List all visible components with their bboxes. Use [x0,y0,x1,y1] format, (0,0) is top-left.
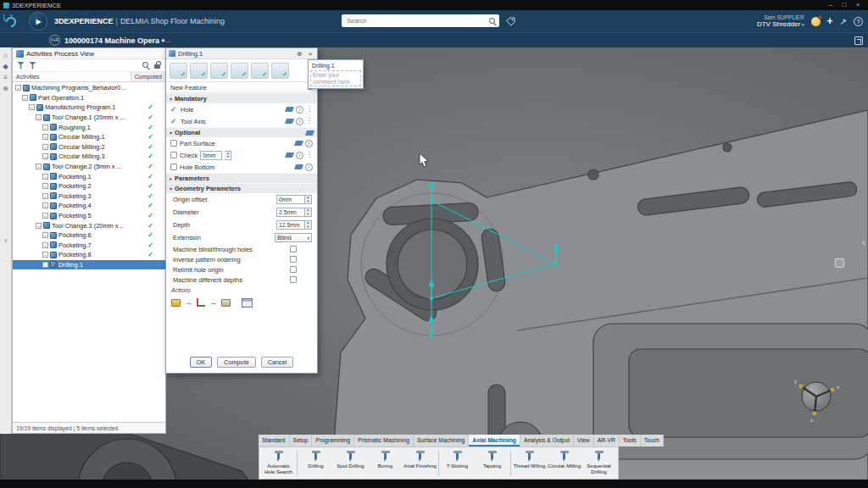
tree-expander-icon[interactable]: - [42,153,48,159]
help-icon[interactable]: ? [854,17,863,26]
strategy-tab-icon[interactable]: ✓ [231,63,248,79]
tool-axis-icon[interactable] [197,298,205,307]
tree-expander-icon[interactable]: - [22,95,28,101]
eraser-icon[interactable] [305,130,314,136]
tree-expander-icon[interactable]: - [36,164,42,169]
info-icon[interactable]: i [305,140,313,147]
tab-standard[interactable]: Standard [259,435,290,446]
geometry-tab-icon[interactable]: ✓ [170,63,187,79]
tab-analysis-output[interactable]: Analysis & Output [520,435,574,446]
checkbox[interactable] [290,246,297,252]
compass-icon[interactable]: ◆ [0,61,12,72]
tree-expander-icon[interactable]: - [15,85,21,91]
macros-tab-icon[interactable]: ✓ [251,63,269,79]
info-icon[interactable]: i [296,106,303,114]
section-parameters[interactable]: ▸ Parameters [166,173,317,183]
tree-expander-icon[interactable]: - [42,213,48,219]
column-computed[interactable]: Computed [131,74,165,80]
tree-row[interactable]: -Pocketing.5✓ [13,211,165,221]
checkbox[interactable] [290,256,297,263]
tool-circular-milling[interactable]: Circular Milling [547,447,581,475]
comment-input[interactable]: Enter your comment here [310,70,361,86]
extension-select[interactable]: Blind▾ [275,233,312,242]
tree-row[interactable]: -Manufacturing Program.1✓ [13,103,165,113]
3ds-logo[interactable] [3,14,20,28]
tree-row[interactable]: -Tool Change.2 (5mm x ...✓ [13,162,165,172]
tab-surface-machining[interactable]: Surface Machining [414,435,469,446]
document-title[interactable]: 100000174 Machine Opera [64,36,159,45]
spinner[interactable]: ▴▾ [305,220,312,230]
tool-spot-drilling[interactable]: Spot Drilling [333,447,368,475]
tree-row[interactable]: -Drilling.1 [13,260,165,270]
tool-thread-milling[interactable]: Thread Milling [512,447,547,475]
value-input[interactable] [276,195,305,204]
home-icon[interactable]: ⌂ [0,50,12,61]
tool-t-slotting[interactable]: T-Slotting [440,447,475,475]
minimize-icon[interactable]: – [824,0,837,10]
cancel-button[interactable]: Cancel [261,357,294,368]
collapse-tree-icon[interactable]: ‹ [0,236,12,245]
tree-row[interactable]: -Pocketing.1✓ [13,171,165,181]
checkbox[interactable] [170,140,177,147]
center-view-icon[interactable] [835,258,844,268]
filter-icon[interactable] [17,62,25,69]
search-bar[interactable] [342,14,499,27]
info-icon[interactable]: i [296,152,303,159]
tree-expander-icon[interactable]: - [36,223,42,229]
checkbox[interactable] [170,152,177,158]
tree-row[interactable]: -Circular Milling.3✓ [13,152,165,162]
output-tab-icon[interactable]: ✓ [271,63,289,79]
tab-touch[interactable]: Touch [641,435,664,446]
user-menu[interactable]: Sam SUPPLIER DTV Shredder▾ [757,14,804,29]
tree-expander-icon[interactable]: - [42,232,48,238]
tree-expander-icon[interactable]: - [42,174,48,180]
info-icon[interactable]: i [296,118,303,125]
vr-compass-icon[interactable]: V+R [49,35,60,46]
more-options-icon[interactable]: ⋮ [306,152,313,158]
value-input[interactable] [276,208,305,217]
tool-sequential-drilling[interactable]: Sequential Drilling [581,447,616,475]
toolpath-replay-icon[interactable] [242,298,253,308]
tree-row[interactable]: -Machining Programs_Behavior000... [13,83,165,93]
tree-row[interactable]: -Part Operation.1 [13,93,165,103]
column-activities[interactable]: Activities [13,72,131,81]
tree-row[interactable]: -Pocketing.7✓ [13,241,165,251]
tree-expander-icon[interactable]: - [42,252,48,258]
tab-view[interactable]: View [574,435,594,446]
notifications-icon[interactable] [811,17,821,26]
tree-row[interactable]: -Pocketing.6✓ [13,230,165,241]
end-extremity-icon[interactable] [221,299,231,307]
tag-icon[interactable] [506,17,515,26]
more-options-icon[interactable]: ⋮ [306,118,313,125]
retract-motion-icon[interactable]: → [209,298,217,307]
section-geometry[interactable]: ▾ Geometry Parameters [166,183,317,193]
search-input[interactable] [344,17,488,25]
tree-expander-icon[interactable]: - [42,144,48,150]
tree-row[interactable]: -Circular Milling.1✓ [13,132,165,142]
tool-tapping[interactable]: Tapping [475,447,509,475]
tab-ar-vr[interactable]: AR-VR [594,435,620,446]
tab-programming[interactable]: Programming [312,435,354,446]
value-input[interactable] [276,220,305,230]
lock-icon[interactable] [154,61,161,69]
tool-drilling[interactable]: Drilling [298,447,333,475]
tree-row[interactable]: -Roughing.1✓ [13,122,165,132]
eraser-icon[interactable] [294,164,303,169]
edit-filter-icon[interactable] [29,62,36,69]
tree-expander-icon[interactable]: - [42,125,48,130]
tree-expander-icon[interactable]: - [42,134,48,140]
checkbox[interactable] [170,164,177,170]
tree-expander-icon[interactable]: - [36,114,42,120]
eraser-icon[interactable] [285,119,294,124]
tree-row[interactable]: -Circular Milling.2✓ [13,142,165,152]
tree-expander-icon[interactable]: - [42,262,48,268]
spinner[interactable]: ▴▾ [225,151,231,160]
tool-boring[interactable]: Boring [368,447,403,475]
compute-button[interactable]: Compute [217,357,256,368]
checkbox[interactable] [290,266,297,273]
value-input[interactable] [200,151,222,160]
spinner[interactable]: ▴▾ [305,208,312,217]
eraser-icon[interactable] [294,141,303,146]
tool-axial-finishing[interactable]: Axial Finishing [403,447,437,475]
spinner[interactable]: ▴▾ [305,195,312,204]
